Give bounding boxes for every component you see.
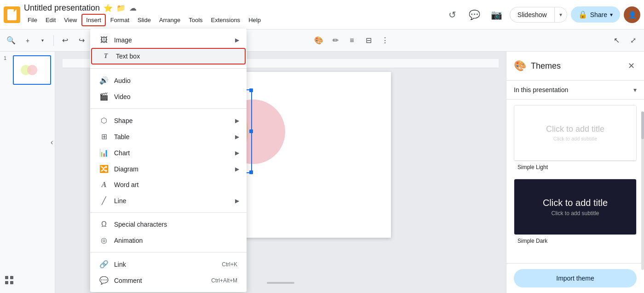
- line-color-icon[interactable]: ✏: [328, 33, 343, 48]
- handle-top-right[interactable]: [249, 88, 253, 92]
- insert-specialchars-item[interactable]: Ω Special characters: [90, 217, 247, 232]
- file-menu[interactable]: File: [24, 15, 41, 25]
- insert-shape-item[interactable]: ⬡ Shape ▶: [90, 112, 247, 129]
- star-icon[interactable]: ⭐: [104, 4, 113, 12]
- insert-video-item[interactable]: 🎬 Video: [90, 88, 247, 105]
- slideshow-label: Slideshow: [510, 7, 555, 22]
- doc-title: Untitled presentation: [24, 3, 100, 13]
- themes-content: Click to add title Click to add subtitle…: [506, 100, 644, 263]
- theme-card-subtitle: Click to add subtitle: [553, 136, 597, 141]
- search-icon[interactable]: 🔍: [4, 33, 18, 48]
- slideshow-button[interactable]: Slideshow ▾: [510, 7, 567, 23]
- grid-view-icon[interactable]: [4, 275, 15, 287]
- theme-preview-light: Click to add title Click to add subtitle: [514, 105, 636, 161]
- insert-specialchars-label: Special characters: [114, 221, 239, 228]
- themes-icon: 🎨: [514, 60, 526, 72]
- insert-table-item[interactable]: ⊞ Table ▶: [90, 129, 247, 145]
- theme-card-simple-light[interactable]: Click to add title Click to add subtitle…: [514, 105, 637, 173]
- zoom-dropdown-icon[interactable]: ▾: [35, 33, 50, 48]
- slideshow-dropdown-icon[interactable]: ▾: [555, 8, 567, 22]
- history-icon[interactable]: ↺: [443, 6, 462, 24]
- video-icon: 🎬: [98, 92, 110, 101]
- insert-animation-item[interactable]: ◎ Animation: [90, 232, 247, 248]
- theme-card-inner-dark[interactable]: Click to add title Click to add subtitle: [514, 179, 637, 235]
- avatar[interactable]: 👤: [624, 6, 640, 23]
- themes-filter-label: In this presentation: [514, 86, 633, 94]
- fill-color-icon[interactable]: 🎨: [311, 33, 326, 48]
- themes-close-button[interactable]: ✕: [626, 59, 637, 73]
- thumb-venn: [21, 62, 44, 78]
- insert-line-item[interactable]: ╱ Line ▶: [90, 193, 247, 209]
- share-label: Share: [590, 11, 607, 18]
- theme-name-simple-dark: Simple Dark: [514, 235, 637, 247]
- expand-icon[interactable]: ⤢: [626, 33, 640, 48]
- insert-menu[interactable]: Insert: [81, 14, 106, 26]
- theme-card-simple-dark[interactable]: Click to add title Click to add subtitle…: [514, 179, 637, 247]
- themes-scrollbar[interactable]: [641, 111, 644, 270]
- edit-menu[interactable]: Edit: [42, 15, 59, 25]
- view-menu[interactable]: View: [60, 15, 80, 25]
- handle-middle-right[interactable]: [249, 129, 253, 133]
- align-icon[interactable]: ≡: [345, 33, 359, 48]
- scroll-indicator: [267, 282, 294, 284]
- link-shortcut: Ctrl+K: [222, 261, 237, 268]
- more-icon[interactable]: ⋮: [378, 33, 392, 48]
- insert-diagram-item[interactable]: 🔀 Diagram ▶: [90, 161, 247, 177]
- share-button[interactable]: 🔒 Share ▾: [571, 6, 620, 23]
- slide-thumbnail-1[interactable]: 1: [4, 55, 51, 85]
- insert-audio-label: Audio: [114, 77, 239, 84]
- insert-link-item[interactable]: 🔗 Link Ctrl+K: [90, 256, 247, 272]
- chart-icon: 📊: [98, 148, 110, 157]
- diagram-submenu-arrow: ▶: [235, 166, 239, 172]
- line-icon: ╱: [98, 196, 110, 205]
- import-theme-button[interactable]: Import theme: [514, 269, 637, 287]
- sidebar-collapse-button[interactable]: ‹: [51, 138, 53, 146]
- folder-icon[interactable]: 📁: [116, 4, 126, 12]
- format-menu[interactable]: Format: [107, 15, 133, 25]
- extensions-menu[interactable]: Extensions: [207, 15, 244, 25]
- cloud-icon[interactable]: ☁: [129, 4, 137, 12]
- comments-icon[interactable]: 💬: [466, 6, 484, 24]
- select-icon[interactable]: ↖: [609, 33, 624, 48]
- camera-icon[interactable]: 📷: [488, 6, 506, 24]
- menu-divider-3: [90, 212, 247, 213]
- insert-dropdown-menu: 🖼 Image ▶ T Text box 🔊 Audio 🎬 Video ⬡ S…: [90, 29, 247, 292]
- textbox-icon: T: [99, 53, 112, 60]
- handle-bottom-right[interactable]: [249, 170, 253, 174]
- insert-comment-item[interactable]: 💬 Comment Ctrl+Alt+M: [90, 272, 247, 288]
- insert-image-item[interactable]: 🖼 Image ▶: [90, 32, 247, 48]
- image-submenu-arrow: ▶: [235, 37, 239, 43]
- insert-comment-label: Comment: [114, 277, 211, 284]
- diagram-icon: 🔀: [98, 164, 110, 173]
- zoom-in-button[interactable]: +: [20, 33, 35, 48]
- insert-video-label: Video: [114, 93, 239, 100]
- themes-scrollbar-thumb[interactable]: [641, 111, 644, 139]
- themes-filter-dropdown-icon[interactable]: ▾: [633, 86, 637, 94]
- insert-chart-label: Chart: [114, 149, 235, 157]
- app-icon[interactable]: [4, 6, 20, 23]
- slide-menu[interactable]: Slide: [134, 15, 155, 25]
- svg-rect-0: [5, 276, 8, 279]
- distribute-icon[interactable]: ⊟: [361, 33, 376, 48]
- theme-card-inner-light[interactable]: Click to add title Click to add subtitle: [514, 105, 637, 161]
- svg-rect-2: [5, 281, 8, 284]
- slide-thumb-box[interactable]: [13, 55, 51, 85]
- wordart-icon: A: [98, 181, 110, 189]
- insert-audio-item[interactable]: 🔊 Audio: [90, 72, 247, 88]
- tools-menu[interactable]: Tools: [185, 15, 206, 25]
- insert-textbox-item[interactable]: T Text box: [91, 48, 246, 64]
- insert-wordart-item[interactable]: A Word art: [90, 177, 247, 193]
- arrange-menu[interactable]: Arrange: [155, 15, 184, 25]
- undo-button[interactable]: ↩: [58, 33, 72, 48]
- themes-filter[interactable]: In this presentation ▾: [506, 81, 644, 100]
- help-menu[interactable]: Help: [245, 15, 264, 25]
- insert-wordart-label: Word art: [114, 181, 239, 188]
- themes-panel: 🎨 Themes ✕ In this presentation ▾ Click …: [506, 52, 644, 293]
- image-icon: 🖼: [98, 36, 110, 44]
- insert-chart-item[interactable]: 📊 Chart ▶: [90, 145, 247, 161]
- top-right-controls: ↺ 💬 📷 Slideshow ▾ 🔒 Share ▾ 👤: [443, 6, 640, 24]
- redo-button[interactable]: ↪: [74, 33, 89, 48]
- audio-icon: 🔊: [98, 76, 110, 85]
- comment-shortcut: Ctrl+Alt+M: [211, 277, 237, 284]
- theme-preview-dark: Click to add title Click to add subtitle: [514, 179, 636, 234]
